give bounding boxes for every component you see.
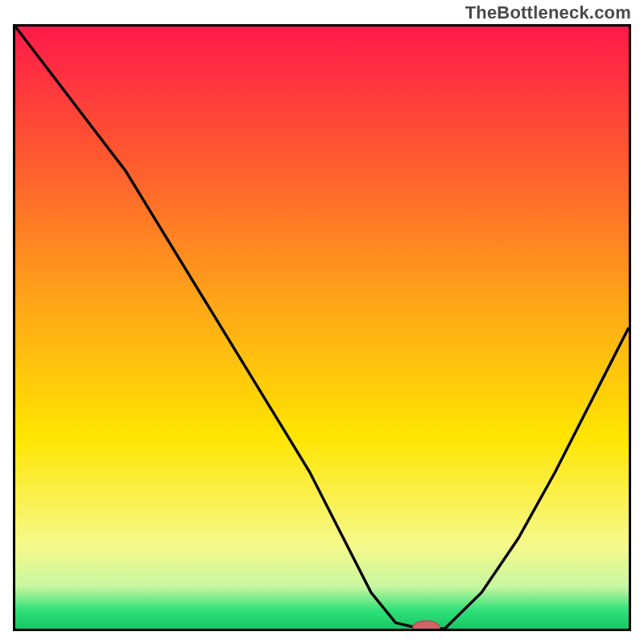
- plot-area: [13, 24, 631, 631]
- watermark-text: TheBottleneck.com: [465, 2, 631, 23]
- chart-frame: TheBottleneck.com: [0, 0, 644, 644]
- bottleneck-chart: [15, 27, 629, 629]
- gradient-background: [15, 27, 629, 629]
